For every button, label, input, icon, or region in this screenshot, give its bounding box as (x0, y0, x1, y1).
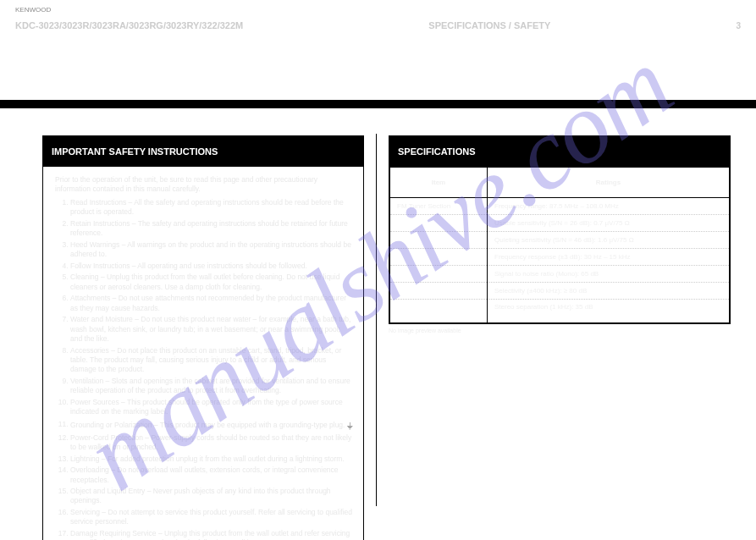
header-divider-bar (0, 100, 756, 108)
safety-item: Water and Moisture – Do not use this pro… (70, 315, 353, 344)
safety-intro: Prior to the operation of the unit, be s… (55, 175, 353, 195)
safety-item: Heed Warnings – All warnings on the prod… (70, 240, 353, 260)
page-title: SPECIFICATIONS / SAFETY (428, 20, 550, 30)
safety-item: Servicing – Do not attempt to service th… (70, 508, 353, 527)
safety-card: IMPORTANT SAFETY INSTRUCTIONS Prior to t… (42, 135, 364, 540)
safety-item: Grounding or Polarization – This product… (70, 419, 353, 432)
safety-item: Overloading – Do not overload wall outle… (70, 466, 353, 485)
spec-value: Stereo separation (1 kHz): 35 dB (488, 300, 730, 323)
safety-body: Prior to the operation of the unit, be s… (43, 167, 363, 540)
spec-item: FM Tuner Section (390, 198, 488, 215)
spec-value: Selectivity (±400 kHz): ≥ 80 dB (488, 283, 730, 300)
column-divider (376, 134, 377, 506)
safety-item: Follow Instructions – All operating and … (70, 262, 353, 271)
safety-item: Attachments – Do not use attachments not… (70, 294, 353, 313)
page-header: KENWOOD KDC-3023/3023R/3023RA/3023RG/302… (0, 0, 756, 34)
safety-list: Read Instructions – All the safety and o… (55, 198, 353, 540)
no-image-note: No image preview available (389, 328, 731, 333)
table-row: Quieting sensitivity (S/N = 46 dB): 1.6 … (390, 232, 730, 249)
table-header-row: Item Ratings (390, 168, 730, 198)
brand-label: KENWOOD (15, 6, 51, 14)
content-columns: IMPORTANT SAFETY INSTRUCTIONS Prior to t… (42, 117, 731, 506)
spec-value: Frequency range: 87.5 MHz – 108.0 MHz (488, 198, 730, 215)
table-head-item: Item (390, 168, 488, 198)
spec-item (390, 232, 488, 249)
right-column: SPECIFICATIONS Item Ratings FM Tuner Sec… (389, 117, 731, 506)
table-row: Stereo separation (1 kHz): 35 dB (390, 300, 730, 323)
safety-heading: IMPORTANT SAFETY INSTRUCTIONS (43, 136, 363, 167)
spec-item (390, 249, 488, 266)
table-row: Usable sensitivity (S/N = 26 dB): 0.7 μV… (390, 215, 730, 232)
spec-item (390, 266, 488, 283)
table-head-value: Ratings (488, 168, 730, 198)
specifications-heading: SPECIFICATIONS (389, 136, 730, 167)
left-column: IMPORTANT SAFETY INSTRUCTIONS Prior to t… (42, 117, 364, 506)
safety-item: Power Sources – This product should be o… (70, 398, 353, 417)
safety-item: Accessories – Do not place this product … (70, 346, 353, 375)
spec-item (390, 215, 488, 232)
spec-value: Quieting sensitivity (S/N = 46 dB): 1.6 … (488, 232, 730, 249)
safety-item: Lightning – For added protection unplug … (70, 455, 353, 464)
safety-item: Power-Cord Protection – Power-supply cor… (70, 433, 353, 453)
safety-item: Read Instructions – All the safety and o… (70, 198, 353, 218)
spec-item (390, 283, 488, 300)
earth-ground-icon: ⏚ (347, 420, 353, 430)
spec-value: Signal to noise ratio (Mono): 65 dB (488, 266, 730, 283)
safety-item: Cleaning – Unplug this product from the … (70, 273, 353, 292)
spec-value: Frequency response (±3 dB): 30 Hz – 15 k… (488, 249, 730, 266)
table-row: Selectivity (±400 kHz): ≥ 80 dB (390, 283, 730, 300)
table-row: Signal to noise ratio (Mono): 65 dB (390, 266, 730, 283)
page-number: 3 (736, 21, 741, 30)
specifications-card: SPECIFICATIONS Item Ratings FM Tuner Sec… (389, 135, 731, 324)
safety-item: Ventilation – Slots and openings in the … (70, 377, 353, 396)
table-row: Frequency response (±3 dB): 30 Hz – 15 k… (390, 249, 730, 266)
safety-item: Object and Liquid Entry – Never push obj… (70, 487, 353, 506)
spec-value: Usable sensitivity (S/N = 26 dB): 0.7 μV… (488, 215, 730, 232)
spec-item (390, 300, 488, 323)
safety-item: Damage Requiring Service – Unplug this p… (70, 529, 353, 540)
table-row: FM Tuner Section Frequency range: 87.5 M… (390, 198, 730, 215)
model-number: KDC-3023/3023R/3023RA/3023RG/3023RY/322/… (15, 20, 243, 30)
safety-item-text: Grounding or Polarization – This product… (70, 420, 345, 428)
safety-item: Retain Instructions – The safety and ope… (70, 219, 353, 239)
specifications-table: Item Ratings FM Tuner Section Frequency … (389, 167, 730, 323)
